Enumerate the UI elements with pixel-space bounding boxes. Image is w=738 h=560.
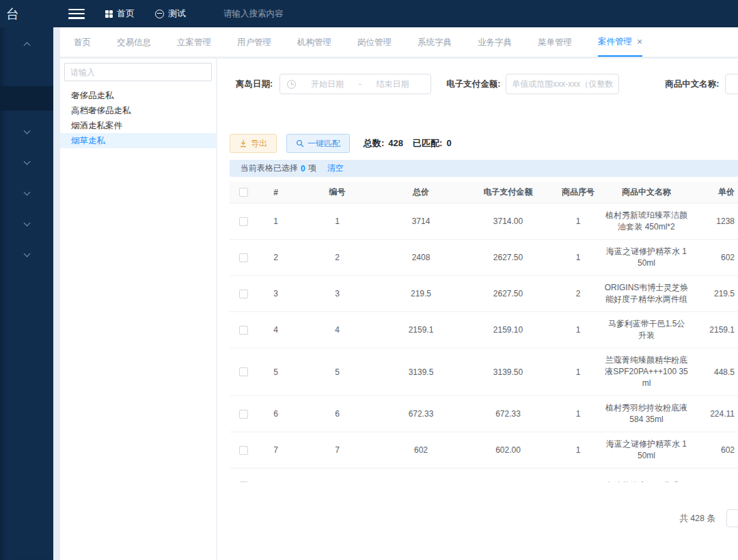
table-cell: 219.5 <box>691 289 738 298</box>
table-cell: 2627.50 <box>462 253 554 262</box>
table-row: 77602602.001海蓝之谜修护精萃水 150ml602 <box>230 432 738 468</box>
tab-7[interactable]: 系统字典 <box>418 27 452 57</box>
table-row: 33219.52627.502ORIGINS韦博士灵芝焕能好度子精华水两件组21… <box>230 276 738 312</box>
product-name-cell: 海蓝之谜修护精萃水 150ml <box>602 246 691 269</box>
tab-4[interactable]: 用户管理 <box>237 27 271 57</box>
sidebar-group-5[interactable] <box>0 182 53 205</box>
results-table: #编号总价电子支付金额商品序号商品中文名称单价 1137143714.001植村… <box>230 182 738 482</box>
row-checkbox[interactable] <box>239 367 248 376</box>
category-item[interactable]: 烟草走私 <box>60 133 216 148</box>
sidebar-group-1[interactable] <box>0 33 53 56</box>
table-cell: 3 <box>295 289 380 298</box>
product-name-cell: ORIGINS韦博士灵芝焕能好度子精华水两件组 <box>602 282 691 305</box>
table-cell: 2159.10 <box>462 325 554 335</box>
tab-close-icon[interactable]: × <box>637 37 642 46</box>
sidebar-group-2[interactable] <box>0 86 53 111</box>
top-navbar: 台 首页测试 请输入搜索内容 <box>0 0 738 27</box>
row-checkbox-cell <box>230 290 257 298</box>
category-search-input[interactable] <box>64 63 212 81</box>
category-item[interactable]: 烟酒走私案件 <box>60 118 216 133</box>
row-checkbox[interactable] <box>239 253 248 262</box>
tab-5[interactable]: 机构管理 <box>297 27 331 57</box>
minus-circle-icon <box>155 10 164 18</box>
clear-selection-link[interactable]: 清空 <box>327 163 344 174</box>
table-cell: 219.5 <box>380 289 462 298</box>
row-checkbox[interactable] <box>239 481 248 482</box>
row-checkbox[interactable] <box>239 446 248 455</box>
table-cell: 1238 <box>691 216 738 226</box>
topbar-nav-label: 首页 <box>117 8 135 20</box>
product-name-cell: 海蓝之谜修护精萃水 150ml <box>602 438 691 462</box>
topbar-nav-item-2[interactable]: 测试 <box>155 8 186 20</box>
tab-1[interactable]: 首页 <box>74 27 91 57</box>
category-item[interactable]: 高档奢侈品走私 <box>60 103 216 118</box>
table-cell: 2627.50 <box>462 289 554 298</box>
table-cell: 1 <box>554 367 602 377</box>
tab-10[interactable]: 案件管理× <box>598 27 642 57</box>
table-cell: 602 <box>691 253 738 262</box>
header-cell: 电子支付金额 <box>462 186 554 198</box>
sidebar-group-7[interactable] <box>0 243 53 266</box>
date-range-picker[interactable]: 开始日期 - 结束日期 <box>279 74 431 94</box>
sidebar-menu <box>0 33 53 266</box>
topbar-nav: 首页测试 <box>85 8 186 20</box>
amount-filter-input[interactable] <box>506 74 619 94</box>
selection-unit: 项 <box>308 163 316 174</box>
content-area: 首页交易信息立案管理用户管理机构管理岗位管理系统字典业务字典菜单管理案件管理× … <box>60 27 738 560</box>
chevron-down-icon <box>23 128 30 135</box>
tab-label: 系统字典 <box>418 29 452 56</box>
name-filter-input[interactable] <box>725 74 738 94</box>
row-checkbox-cell <box>230 367 257 376</box>
tab-label: 岗位管理 <box>357 29 392 56</box>
category-item[interactable]: 奢侈品走私 <box>60 88 216 103</box>
table-body: 1137143714.001植村秀新琥珀臻萃洁颜油套装 450ml*212382… <box>230 204 738 482</box>
tab-label: 交易信息 <box>117 29 151 56</box>
sidebar-group-4[interactable] <box>0 151 53 174</box>
chevron-down-icon <box>23 251 30 257</box>
date-filter-label: 离岛日期: <box>236 79 273 90</box>
select-all-checkbox[interactable] <box>239 188 248 197</box>
table-cell: 224.11 <box>691 409 738 419</box>
sidebar-group-6[interactable] <box>0 212 53 236</box>
chevron-down-icon <box>23 189 30 196</box>
table-cell: 2 <box>554 289 602 298</box>
table-cell: 5 <box>257 367 295 377</box>
row-checkbox[interactable] <box>239 326 248 335</box>
tab-label: 立案管理 <box>177 29 211 56</box>
row-checkbox[interactable] <box>239 410 248 419</box>
table-cell: 2 <box>257 253 295 262</box>
one-click-match-button[interactable]: 一键匹配 <box>286 134 350 153</box>
topbar-nav-item-1[interactable]: 首页 <box>105 8 135 20</box>
sidebar-divider <box>53 27 60 560</box>
tab-9[interactable]: 菜单管理 <box>538 27 572 57</box>
row-checkbox-cell <box>230 253 257 262</box>
page-size-select[interactable] <box>726 509 738 527</box>
row-checkbox-cell <box>230 481 257 482</box>
tab-6[interactable]: 岗位管理 <box>357 27 392 57</box>
tab-3[interactable]: 立案管理 <box>177 27 211 57</box>
date-end-placeholder: 结束日期 <box>361 79 424 90</box>
table-cell: 4 <box>257 325 295 335</box>
global-search-input[interactable]: 请输入搜索内容 <box>223 8 284 20</box>
table-cell: 1 <box>295 216 380 226</box>
tab-2[interactable]: 交易信息 <box>117 27 151 57</box>
match-label: 一键匹配 <box>308 138 340 150</box>
header-cell: 编号 <box>295 186 380 198</box>
table-cell: 3139.50 <box>462 367 554 377</box>
table-row: 553139.53139.501兰蔻菁纯臻颜精华粉底液SPF20PA+++100… <box>230 348 738 396</box>
search-icon <box>296 139 304 148</box>
row-checkbox[interactable] <box>239 290 248 298</box>
header-cell: # <box>257 188 295 197</box>
hamburger-menu-icon[interactable] <box>68 9 85 19</box>
product-name-cell: 植村秀羽纱持妆粉底液 584 35ml <box>602 402 691 425</box>
export-button[interactable]: 导出 <box>230 134 277 153</box>
tab-bar: 首页交易信息立案管理用户管理机构管理岗位管理系统字典业务字典菜单管理案件管理× <box>60 27 738 57</box>
table-cell: 602.00 <box>462 445 554 455</box>
matched-label: 已匹配: <box>413 138 442 148</box>
table-cell: 6 <box>257 409 295 419</box>
table-cell: 5 <box>295 367 380 377</box>
row-checkbox[interactable] <box>239 217 248 226</box>
sidebar-group-3[interactable] <box>0 120 53 143</box>
tab-8[interactable]: 业务字典 <box>478 27 512 57</box>
pagination-total: 共 428 条 <box>679 513 715 524</box>
